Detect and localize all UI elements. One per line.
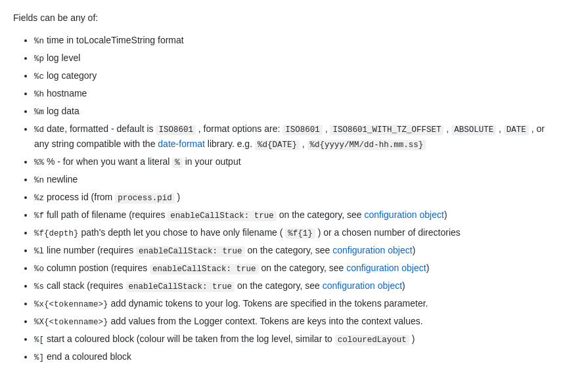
config-object-link-s[interactable]: configuration object xyxy=(323,280,402,291)
list-item: %m log data xyxy=(34,104,575,119)
code-enablecallstack-l: enableCallStack: true xyxy=(136,246,245,257)
field-key-column: %o xyxy=(34,265,44,274)
fields-list: %n time in toLocaleTimeString format %p … xyxy=(13,33,575,364)
list-item-token-X: %X{<tokenname>} add values from the Logg… xyxy=(34,314,575,329)
code-absolute: ABSOLUTE xyxy=(451,125,496,135)
list-item-token-x: %x{<tokenname>} add dynamic tokens to yo… xyxy=(34,296,575,311)
list-item: %c log category xyxy=(34,68,575,83)
list-item-column: %o column postion (requires enableCallSt… xyxy=(34,261,575,276)
field-key-newline: %n xyxy=(34,176,44,185)
list-item-coloured-end: %] end a coloured block xyxy=(34,349,575,364)
list-item-percent: %% % - for when you want a literal % in … xyxy=(34,154,575,169)
list-item: %p log level xyxy=(34,51,575,66)
field-description-newline: newline xyxy=(47,174,78,184)
field-desc-percent-after: in your output xyxy=(183,156,241,167)
list-item-date: %d date, formatted - default is ISO8601 … xyxy=(34,121,575,152)
code-enablecallstack-o: enableCallStack: true xyxy=(150,264,259,274)
field-key-pid: %z xyxy=(34,194,44,203)
field-description: time in toLocaleTimeString format xyxy=(47,35,184,45)
code-enablecallstack-f: enableCallStack: true xyxy=(168,211,277,221)
code-date-example1: %d{DATE} xyxy=(255,140,300,150)
code-percent-literal: % xyxy=(172,158,183,168)
field-description-date: date, formatted - default is xyxy=(47,123,156,134)
list-item-line: %l line number (requires enableCallStack… xyxy=(34,243,575,258)
field-desc-line-before: line number (requires xyxy=(47,245,136,255)
code-f1: %f{1} xyxy=(285,228,315,239)
list-item: %h hostname xyxy=(34,86,575,101)
field-desc-coloured-end: end a coloured block xyxy=(47,351,131,362)
field-key: %h xyxy=(34,90,44,99)
field-description: log category xyxy=(47,70,97,81)
field-desc-continuation: any string compatible with the xyxy=(34,139,158,149)
list-item-pid: %z process id (from process.pid ) xyxy=(34,190,575,205)
field-key-percent: %% xyxy=(34,158,44,167)
list-item-fullpath: %f full path of filename (requires enabl… xyxy=(34,207,575,223)
config-object-link-f[interactable]: configuration object xyxy=(364,209,443,220)
field-key-fdepth: %f{depth} xyxy=(34,229,79,238)
field-desc-middle: , format options are: xyxy=(196,123,283,134)
config-object-link-l[interactable]: configuration object xyxy=(332,245,412,255)
page-header: Fields can be any of: xyxy=(13,11,575,25)
code-date: DATE xyxy=(504,125,529,135)
code-iso8601: ISO8601 xyxy=(283,125,323,135)
field-desc-fdepth-before: path's depth let you chose to have only … xyxy=(81,227,285,238)
field-key-coloured-end: %] xyxy=(34,353,44,362)
field-key: %m xyxy=(34,108,44,117)
list-item-fdepth: %f{depth} path's depth let you chose to … xyxy=(34,225,575,240)
list-item-coloured-start: %[ start a coloured block (colour will b… xyxy=(34,332,575,347)
field-key-token-X: %X{<tokenname>} xyxy=(34,318,108,327)
field-desc-pid-before: process id (from xyxy=(47,192,115,202)
code-date-example2: %d{yyyy/MM/dd-hh.mm.ss} xyxy=(307,140,426,150)
list-item-newline: %n newline xyxy=(34,172,575,187)
field-desc-fullpath-before: full path of filename (requires xyxy=(47,209,168,220)
field-description: hostname xyxy=(47,88,87,98)
code-process-pid: process.pid xyxy=(115,193,175,204)
code-enablecallstack-s: enableCallStack: true xyxy=(126,282,235,292)
field-key-coloured-start: %[ xyxy=(34,335,44,345)
field-desc-coloured-start-after: ) xyxy=(409,334,415,344)
code-coloured-layout: colouredLayout xyxy=(335,335,409,345)
field-key-fullpath: %f xyxy=(34,211,44,221)
field-key-callstack: %s xyxy=(34,282,44,291)
code-iso8601-tz: ISO8601_WITH_TZ_OFFSET xyxy=(330,125,443,135)
field-desc-callstack-before: call stack (requires xyxy=(47,280,126,291)
list-item: %n time in toLocaleTimeString format xyxy=(34,33,575,48)
field-desc-token-X: add values from the Logger context. Toke… xyxy=(110,316,422,326)
date-format-link[interactable]: date-format xyxy=(158,139,205,149)
field-key: %c xyxy=(34,72,44,81)
field-description: log level xyxy=(47,53,80,63)
field-desc-percent-before: % - for when you want a literal xyxy=(47,156,172,167)
field-desc-token-x: add dynamic tokens to your log. Tokens a… xyxy=(110,298,428,309)
code-iso8601-default: ISO8601 xyxy=(156,125,196,135)
config-object-link-o[interactable]: configuration object xyxy=(346,263,426,273)
list-item-callstack: %s call stack (requires enableCallStack:… xyxy=(34,278,575,293)
field-desc-fdepth-after: ) or a chosen number of directories xyxy=(315,227,461,238)
field-key-date: %d xyxy=(34,125,44,135)
field-description: log data xyxy=(47,106,79,116)
field-desc-pid-after: ) xyxy=(175,192,181,202)
field-key-token-x: %x{<tokenname>} xyxy=(34,300,108,309)
field-key: %n xyxy=(34,37,44,46)
field-desc-column-before: column postion (requires xyxy=(47,263,150,273)
field-desc-coloured-start-before: start a coloured block (colour will be t… xyxy=(47,334,335,344)
field-key-line: %l xyxy=(34,247,44,256)
field-key: %p xyxy=(34,54,44,64)
